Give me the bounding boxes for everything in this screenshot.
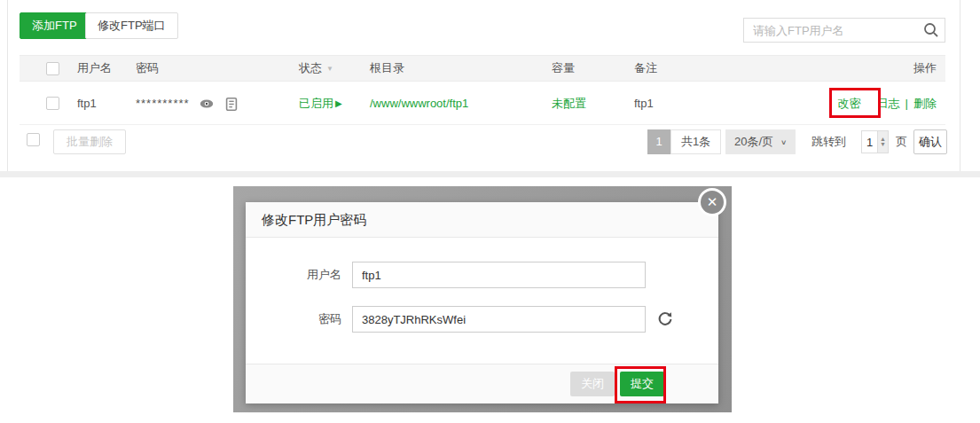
add-ftp-button[interactable]: 添加FTP [20,12,90,39]
total-count-label: 共1条 [670,129,721,154]
delete-link[interactable]: 删除 [913,96,937,112]
dialog-header: 修改FTP用户密码 [246,202,718,238]
header-capacity: 容量 [552,56,575,81]
confirm-page-button[interactable]: 确认 [913,129,947,154]
spinner-down-icon[interactable]: ▼ [880,142,886,147]
row-remark: ftp1 [634,82,654,124]
sort-desc-icon[interactable]: ▼ [326,65,333,73]
select-all-checkbox[interactable] [46,62,59,75]
username-form-row: 用户名 [246,262,718,288]
page-size-dropdown[interactable]: 20条/页∨ [725,129,796,154]
root-dir-link[interactable]: /www/wwwroot/ftp1 [370,97,468,110]
search-input[interactable] [744,19,918,42]
row-actions: 改密 日志 | 删除 [838,82,937,124]
status-text: 已启用 [299,96,333,112]
password-mask: ********** [136,97,190,110]
panel-left-border [7,0,8,171]
panel-right-border [960,0,960,171]
regenerate-password-icon[interactable] [656,310,674,328]
page-number-button[interactable]: 1 [647,129,670,154]
page-size-label: 20条/页 [734,135,773,148]
jump-to-label: 跳转到 [811,129,846,154]
row-password-cell: ********** [136,82,239,124]
header-status[interactable]: 状态 ▼ [299,56,333,81]
table-row: ftp1 ********** 已启用 ▶ /www/wwwroot/ftp1 … [20,82,945,125]
dialog-title: 修改FTP用户密码 [262,202,366,238]
modal-backdrop: 修改FTP用户密码 ✕ 用户名 密码 关闭 提交 [233,186,732,412]
actions-separator: | [906,97,908,110]
row-capacity: 未配置 [552,82,586,124]
dialog-submit-button[interactable]: 提交 [620,372,664,396]
change-password-dialog: 修改FTP用户密码 ✕ 用户名 密码 关闭 提交 [246,202,718,403]
search-icon[interactable] [923,22,939,38]
dialog-close-icon[interactable]: ✕ [698,188,726,216]
username-field[interactable] [352,262,646,288]
dialog-footer: 关闭 提交 [246,364,718,403]
ftp-management-page: 添加FTP 修改FTP端口 用户名 密码 状态 ▼ 根目录 容量 备注 操作 f… [0,0,980,423]
capacity-link[interactable]: 未配置 [552,96,586,112]
table-header-row: 用户名 密码 状态 ▼ 根目录 容量 备注 操作 [20,55,945,82]
copy-password-icon[interactable] [223,96,239,112]
ftp-search-box [743,18,945,43]
row-select-cell [46,82,59,124]
row-root-dir: /www/wwwroot/ftp1 [370,82,468,124]
header-actions: 操作 [913,56,937,81]
chevron-down-icon: ∨ [780,133,787,153]
row-checkbox[interactable] [46,97,59,110]
row-status-toggle[interactable]: 已启用 ▶ [299,82,342,124]
modify-ftp-port-button[interactable]: 修改FTP端口 [85,12,178,39]
batch-delete-button[interactable]: 批量删除 [53,129,126,154]
header-password: 密码 [136,56,159,81]
jump-page-input[interactable] [861,130,877,153]
footer-select-all-checkbox[interactable] [27,133,40,146]
panel-bottom-strip [0,171,980,177]
header-status-label: 状态 [299,60,322,76]
log-link[interactable]: 日志 [877,96,900,112]
select-all-cell [46,56,59,81]
password-label: 密码 [246,306,341,333]
password-field[interactable] [352,306,646,333]
header-root-dir: 根目录 [370,56,404,81]
page-unit-label: 页 [896,129,907,154]
header-remark: 备注 [634,56,657,81]
password-form-row: 密码 [246,306,718,333]
dialog-close-button[interactable]: 关闭 [570,372,615,396]
show-password-eye-icon[interactable] [199,96,215,112]
row-username: ftp1 [77,82,97,124]
header-username: 用户名 [77,56,112,81]
status-play-icon: ▶ [335,98,342,108]
page-spinner[interactable]: ▲ ▼ [877,130,889,153]
change-password-link[interactable]: 改密 [838,97,861,110]
username-label: 用户名 [246,262,341,288]
